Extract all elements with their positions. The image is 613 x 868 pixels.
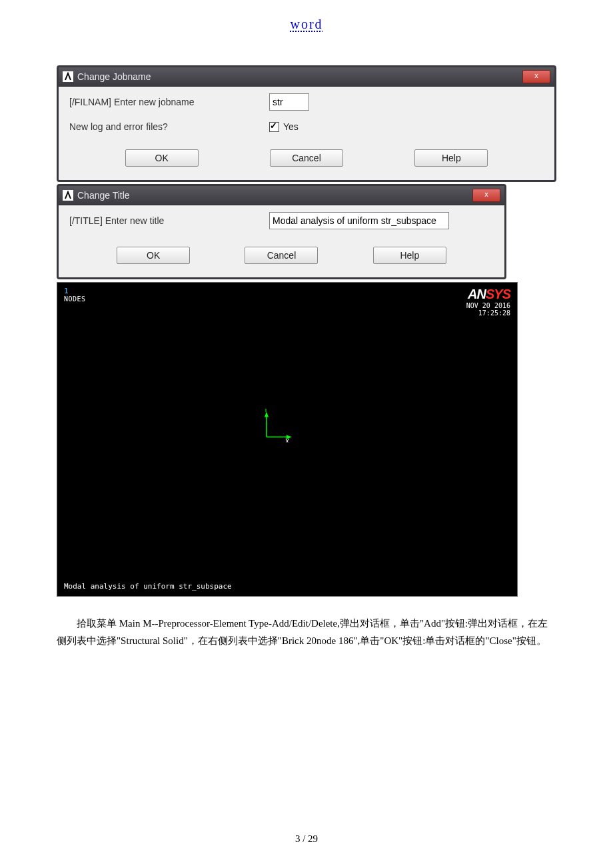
- label-enter-title: [/TITLE] Enter new title: [69, 215, 269, 226]
- header-word-link: word: [57, 17, 556, 32]
- ok-button-jobname[interactable]: OK: [125, 149, 199, 167]
- label-enter-jobname: [/FILNAM] Enter new jobname: [69, 97, 269, 107]
- ansys-lambda-icon: [63, 71, 73, 82]
- ansys-date: NOV 20 2016: [466, 302, 510, 309]
- close-button-title[interactable]: x: [472, 189, 500, 202]
- close-button-jobname[interactable]: x: [522, 70, 550, 83]
- label-newlog: New log and error files?: [69, 121, 269, 132]
- ansys-viewport: 1 NODES ANSYS NOV 20 2016 17:25:28 Y X M…: [57, 282, 518, 597]
- help-button-title[interactable]: Help: [373, 247, 446, 264]
- dialog-change-jobname: Change Jobname x [/FILNAM] Enter new job…: [57, 65, 556, 182]
- dialog-change-title: Change Title x [/TITLE] Enter new title …: [57, 184, 506, 279]
- coordinate-axis-icon: Y X: [261, 409, 295, 445]
- titlebar-jobname: Change Jobname x: [59, 67, 554, 87]
- cancel-button-title[interactable]: Cancel: [245, 247, 318, 264]
- ansys-lambda-icon: [63, 190, 73, 201]
- cancel-button-jobname[interactable]: Cancel: [270, 149, 343, 167]
- page-number: 3 / 29: [0, 833, 613, 845]
- svg-text:Y: Y: [264, 409, 268, 413]
- ok-button-title[interactable]: OK: [117, 247, 190, 264]
- logo-an: AN: [468, 287, 486, 301]
- checkbox-label-yes: Yes: [283, 121, 299, 132]
- title-jobname: Change Jobname: [77, 71, 151, 82]
- checkbox-newlog[interactable]: [269, 122, 279, 132]
- help-button-jobname[interactable]: Help: [414, 149, 488, 167]
- logo-sys: SYS: [486, 287, 510, 301]
- input-title[interactable]: [269, 212, 449, 229]
- input-jobname[interactable]: [269, 93, 309, 111]
- viewport-number: 1: [64, 287, 86, 295]
- title-changetitle: Change Title: [77, 190, 130, 201]
- titlebar-title: Change Title x: [59, 186, 504, 205]
- ansys-logo: ANSYS: [466, 287, 510, 302]
- nodes-label: NODES: [64, 295, 86, 303]
- ansys-time: 17:25:28: [466, 309, 510, 317]
- ansys-footer-text: Modal analysis of uniform str_subspace: [64, 582, 232, 591]
- instruction-paragraph: 拾取菜单 Main M--Preprocessor-Element Type-A…: [57, 615, 556, 649]
- svg-text:X: X: [285, 438, 289, 443]
